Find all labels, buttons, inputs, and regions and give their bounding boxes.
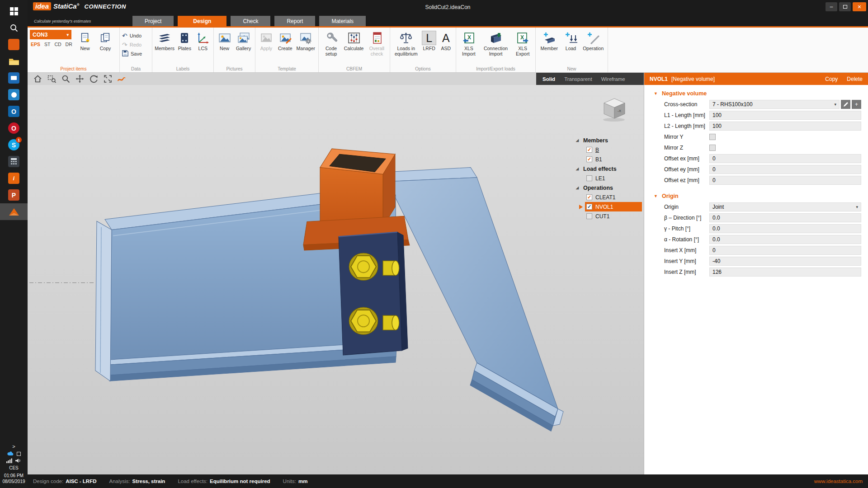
zoom-button[interactable] <box>59 74 72 84</box>
taskbar-search-button[interactable] <box>0 19 28 36</box>
undo-button[interactable]: ↶Undo <box>122 31 142 40</box>
mirror-z-checkbox[interactable] <box>709 145 716 151</box>
offset-ez-input[interactable] <box>709 176 861 185</box>
tab-report[interactable]: Report <box>274 16 315 26</box>
network-icon[interactable] <box>6 458 12 463</box>
taskbar-file-explorer[interactable] <box>0 53 28 70</box>
maximize-button[interactable] <box>839 2 851 11</box>
checkbox-checked[interactable]: ✓ <box>586 194 592 200</box>
tree-item-b1[interactable]: ✓ B1 <box>585 155 642 164</box>
taskbar-outlook[interactable]: O <box>0 103 28 120</box>
close-button[interactable]: × <box>853 2 866 11</box>
tree-node-load-effects[interactable]: ◢ Load effects <box>576 164 642 174</box>
taskbar-calculator[interactable] <box>0 153 28 170</box>
cross-section-select[interactable]: 7 - RHS100x100 ▾ <box>709 100 840 109</box>
website-link[interactable]: www.ideastatica.com <box>814 479 863 484</box>
mode-eps[interactable]: EPS <box>31 42 40 47</box>
checkbox-unchecked[interactable] <box>586 175 592 181</box>
render-mode-wireframe[interactable]: Wireframe <box>601 76 625 82</box>
model-canvas[interactable]: -X ◢ Members ✓ B ✓ B1 <box>28 85 644 474</box>
start-menu-button[interactable] <box>0 3 28 19</box>
rotate-button[interactable] <box>87 74 100 84</box>
overall-check-button[interactable]: Overall check <box>366 30 387 56</box>
insert-y-input[interactable] <box>709 257 861 266</box>
tab-project[interactable]: Project <box>132 16 174 26</box>
insert-x-input[interactable] <box>709 246 861 255</box>
tray-window-icon[interactable] <box>17 452 21 456</box>
beta-direction-input[interactable] <box>709 213 861 222</box>
redo-button[interactable]: ↷Redo <box>122 40 142 49</box>
edit-cross-section-button[interactable] <box>841 100 850 109</box>
template-apply-button[interactable]: Apply <box>258 30 275 52</box>
calculate-button[interactable]: Calculate <box>343 30 365 52</box>
taskbar-clock[interactable]: 01:06 PM 08/05/2019 <box>2 473 25 484</box>
taskbar-skype[interactable]: S1 <box>0 136 28 153</box>
xls-export-button[interactable]: X XLS Export <box>512 30 533 56</box>
checkbox-checked[interactable]: ✓ <box>586 204 592 210</box>
zoom-fit-button[interactable] <box>101 74 114 84</box>
paint-results-button[interactable] <box>115 74 128 84</box>
taskbar-opera[interactable]: O <box>0 120 28 136</box>
taskbar-app-blue[interactable] <box>0 70 28 86</box>
taskbar-powerpoint[interactable]: P <box>0 187 28 203</box>
tree-item-le1[interactable]: LE1 <box>585 174 642 183</box>
picture-new-button[interactable]: New <box>216 30 233 52</box>
tree-item-cut1[interactable]: CUT1 <box>585 211 642 221</box>
new-project-item-button[interactable]: New <box>75 30 94 52</box>
l2-length-input[interactable] <box>709 122 861 131</box>
xls-import-button[interactable]: X XLS Import <box>458 30 479 56</box>
axis-cube[interactable]: -X <box>600 95 629 122</box>
offset-ex-input[interactable] <box>709 154 861 163</box>
mode-st[interactable]: ST <box>44 42 50 47</box>
render-mode-transparent[interactable]: Transparent <box>564 76 592 82</box>
pan-button[interactable] <box>73 74 86 84</box>
tree-item-cleat1[interactable]: ✓ CLEAT1 <box>585 192 642 202</box>
code-setup-button[interactable]: Code setup <box>321 30 341 56</box>
connection-selector[interactable]: CON3 ▾ <box>30 30 71 39</box>
render-mode-solid[interactable]: Solid <box>542 76 555 82</box>
tray-expand-chevron[interactable]: > <box>12 444 15 449</box>
mode-dr[interactable]: DR <box>66 42 72 47</box>
origin-select[interactable]: Joint ▾ <box>709 202 861 211</box>
template-manager-button[interactable]: Manager <box>296 30 316 52</box>
taskbar-app-orange[interactable] <box>0 36 28 53</box>
view-home-button[interactable] <box>31 74 44 84</box>
zoom-window-button[interactable] <box>45 74 58 84</box>
delete-operation-button[interactable]: Delete <box>847 76 863 82</box>
taskbar-idea-app[interactable]: i <box>0 170 28 187</box>
connection-import-button[interactable]: Connection Import <box>481 30 511 56</box>
labels-members-button[interactable]: Members <box>155 30 175 52</box>
cloud-icon[interactable] <box>7 451 14 456</box>
new-load-button[interactable]: Load <box>562 30 580 52</box>
new-operation-button[interactable]: Operation <box>581 30 605 52</box>
tab-design[interactable]: Design <box>178 16 226 26</box>
insert-z-input[interactable] <box>709 267 861 277</box>
loads-in-equilibrium-button[interactable]: Loads in equilibrium <box>392 30 420 56</box>
asd-button[interactable]: A ASD <box>439 30 453 52</box>
tab-materials[interactable]: Materials <box>319 16 366 26</box>
save-button[interactable]: Save <box>122 49 142 58</box>
checkbox-checked[interactable]: ✓ <box>586 156 592 162</box>
volume-icon[interactable] <box>15 458 21 463</box>
gamma-pitch-input[interactable] <box>709 224 861 233</box>
language-indicator[interactable]: CES <box>9 465 19 470</box>
section-origin[interactable]: ▼ Origin <box>644 190 868 202</box>
tree-node-members[interactable]: ◢ Members <box>576 136 642 145</box>
picture-gallery-button[interactable]: Gallery <box>234 30 253 52</box>
tree-item-nvol1[interactable]: ✓ NVOL1 <box>585 202 642 211</box>
tree-node-operations[interactable]: ◢ Operations <box>576 183 642 192</box>
taskbar-photos-app[interactable] <box>0 86 28 103</box>
minimize-button[interactable]: – <box>826 2 837 11</box>
labels-lcs-button[interactable]: LCS <box>195 30 211 52</box>
template-create-button[interactable]: Create <box>276 30 294 52</box>
checkbox-checked[interactable]: ✓ <box>586 147 592 153</box>
copy-project-item-button[interactable]: Copy <box>96 30 115 52</box>
lrfd-button[interactable]: L LRFD <box>421 30 437 52</box>
copy-operation-button[interactable]: Copy <box>825 76 838 82</box>
labels-plates-button[interactable]: Plates <box>176 30 193 52</box>
offset-ey-input[interactable] <box>709 165 861 174</box>
checkbox-unchecked[interactable] <box>586 213 592 219</box>
new-member-button[interactable]: Member <box>538 30 561 52</box>
add-cross-section-button[interactable]: + <box>852 100 861 109</box>
tree-item-b[interactable]: ✓ B <box>585 145 642 155</box>
